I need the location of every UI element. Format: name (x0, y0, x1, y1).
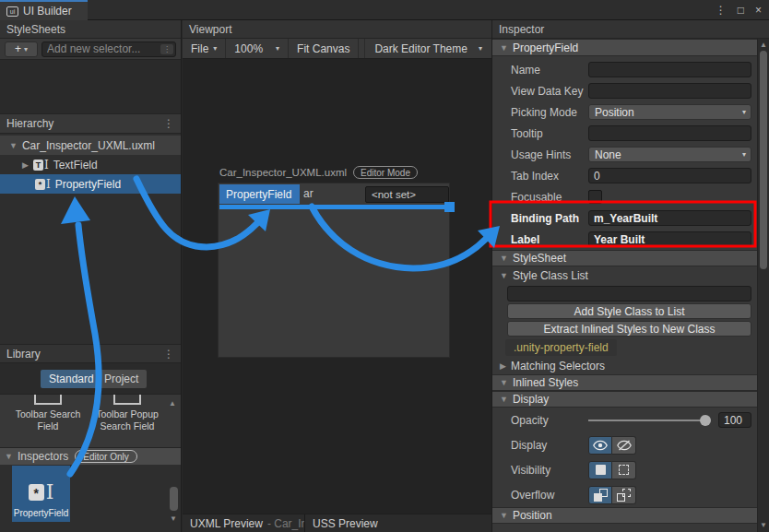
name-input[interactable] (588, 62, 751, 77)
library-scrollbar-thumb[interactable] (170, 487, 178, 511)
foldout-open-icon: ▼ (500, 378, 508, 387)
picking-mode-dropdown[interactable]: Position ▾ (588, 104, 751, 120)
library-item-toolbar-popup-search-field[interactable]: Toolbar Popup Search Field (89, 395, 166, 432)
canvas-area: Car_Inspector_UXML.uxml Editor Mode Prop… (183, 59, 491, 514)
tab-index-input[interactable] (588, 168, 751, 183)
overflow-visible-toggle[interactable] (588, 486, 612, 504)
style-class-list-foldout[interactable]: ▼ Style Class List (492, 267, 757, 284)
toolbar-popup-search-field-icon (113, 394, 141, 405)
opacity-slider[interactable] (588, 414, 710, 427)
label-input[interactable] (588, 231, 751, 247)
library-header: Library ⋮ (0, 344, 181, 363)
hierarchy-menu-icon[interactable]: ⋮ (163, 117, 174, 130)
overflow-toggle-row: Overflow (492, 482, 757, 507)
matching-selectors-foldout[interactable]: ▶ Matching Selectors (492, 358, 757, 374)
title-bar: ui UI Builder ⋮ □ × (0, 0, 769, 20)
visibility-hidden-toggle[interactable] (612, 461, 636, 479)
library-item-propertyfield[interactable]: *I PropertyField (12, 466, 70, 522)
foldout-closed-icon[interactable]: ▶ (22, 160, 29, 170)
foldout-open-icon[interactable]: ▼ (9, 141, 18, 150)
add-selector-button[interactable]: + ▾ (5, 41, 38, 57)
selected-element-chip[interactable]: PropertyField (219, 184, 300, 204)
library-menu-icon[interactable]: ⋮ (163, 348, 174, 361)
scroll-up-icon[interactable]: ▲ (758, 41, 769, 49)
inspector-scrollbar-thumb[interactable] (760, 51, 767, 269)
window-menu-icon[interactable]: ⋮ (716, 4, 727, 17)
viewport-panel: Viewport File ▾ 100% ▾ Fit Canvas Dark E… (183, 20, 491, 532)
tree-item-propertyfield[interactable]: *I PropertyField (0, 174, 181, 194)
tab-standard[interactable]: Standard (41, 370, 102, 388)
viewport-toolbar: File ▾ 100% ▾ Fit Canvas Dark Editor The… (183, 39, 491, 59)
theme-dropdown[interactable]: Dark Editor Theme ▾ (364, 39, 491, 58)
ui-builder-icon: ui (6, 6, 18, 17)
position-foldout[interactable]: ▼ Position (492, 507, 757, 524)
inlined-styles-foldout[interactable]: ▼ Inlined Styles (492, 374, 757, 391)
display-none-toggle[interactable] (612, 436, 636, 455)
display-foldout[interactable]: ▼ Display (492, 391, 757, 408)
style-class-pill[interactable]: .unity-property-field (505, 339, 617, 356)
selector-input-menu-icon[interactable]: ⋮ (160, 44, 173, 54)
chevron-down-icon: ▾ (276, 44, 279, 53)
tree-item-root[interactable]: ▼ Car_Inspector_UXML.uxml (0, 136, 181, 155)
tab-label: UI Builder (23, 5, 72, 18)
focusable-checkbox[interactable] (588, 190, 602, 204)
library-tile-zone: *I PropertyField (0, 465, 181, 532)
maximize-icon[interactable]: □ (738, 4, 744, 17)
document-canvas: Car_Inspector_UXML.uxml Editor Mode Prop… (218, 163, 450, 358)
field-row-name: Name (492, 59, 757, 80)
field-row-view-data-key: View Data Key (492, 80, 757, 101)
field-row-tooltip: Tooltip (492, 123, 757, 144)
style-class-input[interactable] (507, 286, 751, 301)
canvas-body[interactable]: PropertyField ar <not set> (218, 183, 450, 358)
hierarchy-tree: ▼ Car_Inspector_UXML.uxml ▶ TI TextField… (0, 134, 181, 344)
uxml-preview-pane[interactable]: UXML Preview - Car_In (183, 514, 305, 532)
close-icon[interactable]: × (755, 4, 762, 17)
element-foldout-propertyfield[interactable]: ▼ PropertyField (492, 39, 757, 56)
overflow-hidden-toggle[interactable] (612, 486, 636, 504)
inspector-scrollbar[interactable]: ▲ ▼ (757, 39, 769, 532)
visibility-toggle-row: Visibility (492, 457, 757, 482)
selection-handle[interactable] (444, 202, 455, 212)
hidden-square-icon (619, 465, 629, 475)
visibility-visible-toggle[interactable] (588, 461, 612, 479)
file-menu[interactable]: File ▾ (183, 39, 226, 58)
library-scroll-up-icon[interactable]: ▲ (169, 399, 176, 408)
zoom-dropdown[interactable]: 100% ▾ (226, 39, 289, 58)
stylesheet-foldout[interactable]: ▼ StyleSheet (492, 250, 757, 266)
tooltip-input[interactable] (588, 125, 751, 141)
usage-hints-dropdown[interactable]: None ▾ (588, 147, 751, 162)
library-item-toolbar-search-field[interactable]: Toolbar Search Field (13, 395, 83, 432)
viewport-header: Viewport (183, 20, 491, 39)
canvas-title-row: Car_Inspector_UXML.uxml Editor Mode (218, 163, 450, 182)
fit-canvas-button[interactable]: Fit Canvas (289, 39, 359, 58)
tab-project[interactable]: Project (96, 370, 147, 388)
uss-preview-pane[interactable]: USS Preview (305, 514, 385, 532)
opacity-slider-thumb[interactable] (700, 415, 711, 426)
library-scroll-down-icon[interactable]: ▼ (170, 514, 177, 523)
new-selector-input[interactable] (41, 41, 176, 57)
tree-propertyfield-label: PropertyField (55, 178, 121, 191)
foldout-open-icon: ▼ (500, 254, 508, 263)
opacity-row: Opacity (492, 408, 757, 432)
library-inspectors-foldout[interactable]: ▼ Inspectors Editor Only (0, 448, 181, 465)
tree-item-textfield[interactable]: ▶ TI TextField (0, 155, 181, 174)
propertyfield-icon: *I (35, 179, 51, 190)
canvas-value-field[interactable]: <not set> (365, 186, 449, 203)
propertyfield-tile-icon: *I (29, 483, 54, 502)
textfield-icon: TI (33, 160, 49, 171)
library-tab-strip: Standard Project (0, 363, 181, 394)
chevron-down-icon: ▾ (479, 44, 482, 53)
scroll-down-icon[interactable]: ▼ (758, 521, 769, 529)
plus-icon: + (15, 42, 21, 55)
binding-path-input[interactable] (588, 210, 751, 226)
extract-inlined-styles-button[interactable]: Extract Inlined Styles to New Class (507, 321, 751, 337)
toolbar-search-field-icon (34, 394, 62, 405)
add-style-class-button[interactable]: Add Style Class to List (507, 303, 751, 319)
display-flex-toggle[interactable] (588, 436, 612, 455)
opacity-value-input[interactable] (718, 412, 751, 428)
tree-textfield-label: TextField (53, 159, 98, 171)
field-row-label: Label (492, 229, 757, 250)
chevron-down-icon: ▾ (24, 45, 28, 53)
view-data-key-input[interactable] (588, 83, 751, 99)
tab-ui-builder[interactable]: ui UI Builder (0, 0, 88, 20)
